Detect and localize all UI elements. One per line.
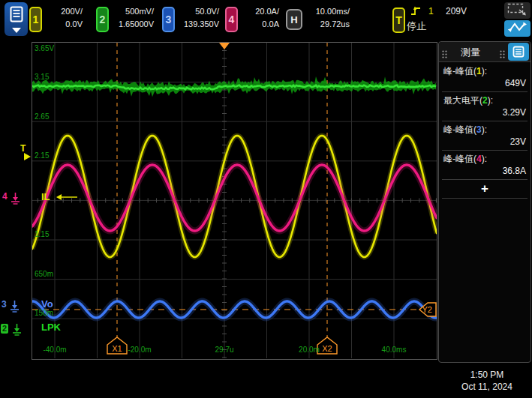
svg-text:Y2: Y2 xyxy=(422,305,432,314)
svg-text:X1: X1 xyxy=(112,344,122,353)
y-axis-label: 150m xyxy=(35,309,53,317)
channel-3-number: 3 xyxy=(166,13,172,25)
trigger-time-marker[interactable] xyxy=(219,43,230,49)
y-axis-label: 2.15 xyxy=(35,151,50,160)
measurement-panel-header[interactable]: 测量 xyxy=(439,42,530,62)
channel-2-offset: 1.65000V xyxy=(110,18,154,31)
x-axis-label: 20.0m xyxy=(299,346,320,354)
trigger-level-arrow-icon xyxy=(24,153,31,160)
left-marker-strip: T 4 3 2 xyxy=(0,42,32,358)
measurement-item-2[interactable]: 最大电平(2): 3.29V xyxy=(442,92,527,121)
ch4-ground-icon xyxy=(11,193,20,209)
x-axis-label: 29.7u xyxy=(215,346,233,354)
y-axis-label: 3.65V xyxy=(35,44,54,52)
measurement-2-channel: 2 xyxy=(482,95,488,106)
channel-4-badge[interactable]: 4 xyxy=(225,7,238,32)
trigger-source: 1 xyxy=(428,6,434,16)
horizontal-label: H xyxy=(290,14,297,25)
measurement-3-value: 23V xyxy=(510,136,526,147)
channel-2-badge[interactable]: 2 xyxy=(96,7,109,32)
channel-2-scale: 500mV/ xyxy=(110,5,154,18)
channel-4-number: 4 xyxy=(229,13,235,25)
acquisition-status: 停止 xyxy=(407,19,426,33)
oscilloscope-screen: 1 200V/ 0.0V 2 500mV/ 1.65000V 3 50.0V/ … xyxy=(0,0,532,398)
measurement-1-channel: 1 xyxy=(476,66,482,76)
horizontal-badge[interactable]: H xyxy=(286,9,302,30)
channel-1-readout[interactable]: 200V/ 0.0V xyxy=(44,5,83,31)
measurement-2-name-suffix: ): xyxy=(488,95,493,106)
measurement-4-name: 峰-峰值( xyxy=(443,154,476,164)
x-axis-label: -40.0m xyxy=(43,346,66,354)
measurement-4-channel: 4 xyxy=(476,154,482,164)
channel-3-scale: 50.0V/ xyxy=(177,5,219,18)
y-axis-label: 3.15 xyxy=(35,73,50,81)
channel-4-offset: 0.0A xyxy=(237,18,279,31)
waveform-display-frame: X1X2Y2-40.0m-20.0m29.7u20.0m40.0ms3.65V3… xyxy=(32,42,437,360)
add-measurement-button[interactable]: + xyxy=(442,180,527,199)
measurement-3-name: 峰-峰值( xyxy=(443,124,476,135)
ch4-ground-marker[interactable]: 4 xyxy=(2,192,8,201)
trigger-level-marker[interactable]: T xyxy=(20,144,26,153)
channel-2-readout[interactable]: 500mV/ 1.65000V xyxy=(110,5,154,31)
trace-label-Vo: Vo xyxy=(41,298,53,310)
channel-1-offset: 0.0V xyxy=(44,18,83,31)
measurement-2-value: 3.29V xyxy=(503,107,526,118)
x-axis-label: 40.0ms xyxy=(382,346,407,354)
zone-select-button[interactable] xyxy=(504,2,530,19)
measurement-panel: 测量 峰-峰值(1): 649V 最大电平(2): 3.29V 峰-峰值(3):… xyxy=(438,41,531,363)
ch2-ground-icon xyxy=(12,324,22,340)
document-menu-icon xyxy=(10,6,23,25)
y-axis-label: 1.15 xyxy=(35,230,50,238)
measurement-4-value: 36.8A xyxy=(503,166,526,176)
trigger-badge[interactable]: T xyxy=(392,7,405,33)
channel-3-readout[interactable]: 50.0V/ 139.350V xyxy=(177,5,219,31)
measurement-item-3[interactable]: 峰-峰值(3): 23V xyxy=(442,121,527,151)
trigger-level: 209V xyxy=(446,6,467,16)
ch2-ground-marker[interactable]: 2 xyxy=(1,324,8,334)
horizontal-readout[interactable]: 10.00ms/ 29.72us xyxy=(303,5,350,31)
channel-3-badge[interactable]: 3 xyxy=(162,7,175,32)
measurement-4-name-suffix: ): xyxy=(482,154,487,164)
timebase-scale: 10.00ms/ xyxy=(303,5,350,18)
channel-1-number: 1 xyxy=(33,13,39,25)
channel-2-number: 2 xyxy=(100,13,106,25)
channel-3-offset: 139.350V xyxy=(177,18,219,31)
measurement-3-name-suffix: ): xyxy=(482,124,487,135)
trace-label-IL: IL xyxy=(41,191,50,202)
timebase-delay: 29.72us xyxy=(303,18,350,31)
measurement-1-name: 峰-峰值( xyxy=(443,66,476,76)
measurement-panel-title: 测量 xyxy=(439,46,502,59)
measurement-item-4[interactable]: 峰-峰值(4): 36.8A xyxy=(442,151,527,180)
clock-date: Oct 11, 2024 xyxy=(446,381,527,393)
trigger-edge-icon xyxy=(410,5,422,19)
waveform-display[interactable]: X1X2Y2-40.0m-20.0m29.7u20.0m40.0ms3.65V3… xyxy=(32,43,437,359)
channel-1-badge[interactable]: 1 xyxy=(29,7,42,32)
bottom-bar: ↑ 0.0V DC 20MHz 500:1 1.65000V DC 20MHz … xyxy=(0,364,532,398)
ch3-ground-marker[interactable]: 3 xyxy=(2,300,7,309)
trigger-label: T xyxy=(395,14,402,26)
waveform-arrows-icon xyxy=(507,21,527,36)
y-axis-label: 650m xyxy=(35,270,53,278)
y-axis-label: 2.65 xyxy=(35,112,50,121)
clock-time: 1:50 PM xyxy=(446,369,527,381)
clock[interactable]: 1:50 PM Oct 11, 2024 xyxy=(446,369,527,393)
channel-1-scale: 200V/ xyxy=(44,5,83,18)
measurement-list: 峰-峰值(1): 649V 最大电平(2): 3.29V 峰-峰值(3): 23… xyxy=(442,63,527,199)
ch3-ground-icon xyxy=(10,301,20,317)
measurement-1-name-suffix: ): xyxy=(482,66,487,76)
measurement-2-name: 最大电平( xyxy=(443,95,482,106)
touch-gesture-button[interactable] xyxy=(504,20,530,37)
measurement-item-1[interactable]: 峰-峰值(1): 649V xyxy=(442,63,527,92)
measurement-1-value: 649V xyxy=(505,78,526,88)
main-menu-button[interactable] xyxy=(5,2,28,36)
dashed-region-icon xyxy=(507,3,527,19)
top-bar: 1 200V/ 0.0V 2 500mV/ 1.65000V 3 50.0V/ … xyxy=(0,0,532,41)
ch1-waveform[interactable] xyxy=(32,136,437,257)
measurement-panel-menu-button[interactable] xyxy=(508,43,529,61)
measurement-3-channel: 3 xyxy=(476,124,482,135)
channel-4-readout[interactable]: 20.0A/ 0.0A xyxy=(237,5,279,31)
svg-text:X2: X2 xyxy=(322,344,332,353)
channel-4-scale: 20.0A/ xyxy=(237,5,279,18)
drag-grip-icon[interactable] xyxy=(500,48,505,61)
menu-dropdown-arrow-icon xyxy=(12,28,21,33)
